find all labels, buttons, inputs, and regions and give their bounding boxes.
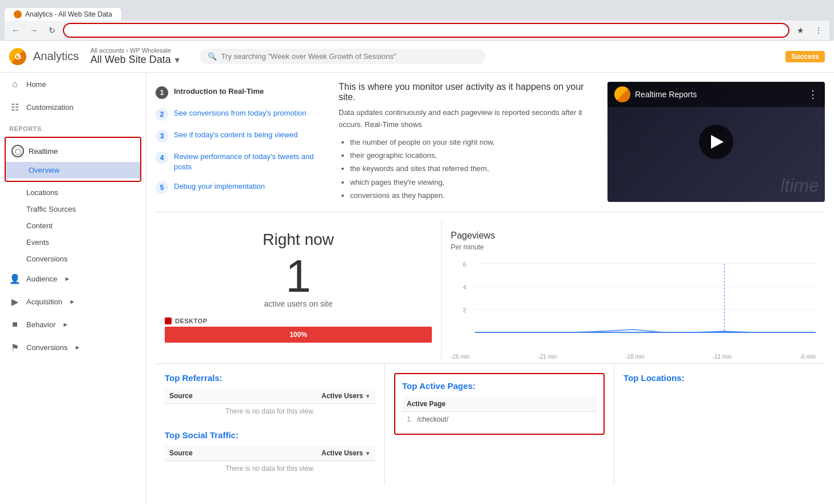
referrals-table: Source Active Users ▼ There is no data f… <box>165 388 375 419</box>
video-more-icon[interactable]: ⋮ <box>808 88 818 101</box>
step-2[interactable]: 2 See conversions from today's promotion <box>156 104 327 125</box>
social-col-users: Active Users ▼ <box>240 446 375 461</box>
top-active-pages-title: Top Active Pages: <box>402 381 597 391</box>
step-4[interactable]: 4 Review performance of today's tweets a… <box>156 147 327 177</box>
realtime-section: ◯ Realtime Overview <box>5 137 141 182</box>
bullet-1: the number of people on your site right … <box>350 136 596 149</box>
expand-icon-3: ► <box>62 321 69 328</box>
reload-button[interactable]: ↻ <box>45 23 59 38</box>
expand-icon: ► <box>64 275 70 282</box>
home-icon: ⌂ <box>9 78 21 90</box>
active-users-label: active users on site <box>165 299 432 308</box>
audience-icon: 👤 <box>9 273 21 284</box>
x-label-1: -26 min <box>451 354 470 360</box>
sort-icon-2[interactable]: ▼ <box>365 450 371 457</box>
browser-tab[interactable]: Analytics - All Web Site Data <box>5 8 121 21</box>
sidebar-label-customization: Customization <box>26 103 73 112</box>
more-button[interactable]: ⋮ <box>811 23 826 38</box>
social-table: Source Active Users ▼ There is no data f… <box>165 446 375 476</box>
x-label-5: -18 min <box>625 354 644 360</box>
behavior-icon: ■ <box>9 319 21 330</box>
tab-label: Analytics - All Web Site Data <box>25 10 112 18</box>
play-icon <box>711 135 724 149</box>
sidebar-sub-item-overview[interactable]: Overview <box>6 162 140 178</box>
realtime-data: Right now 1 active users on site DESKTOP… <box>156 221 825 359</box>
step-num-1: 1 <box>156 86 168 99</box>
active-page-header: Active Page <box>402 396 597 412</box>
top-referrals-panel: Top Referrals: Source Active Users ▼ <box>156 364 385 485</box>
pageviews-panel: Pageviews Per minute 6 4 2 <box>442 221 825 359</box>
chart-x-labels: -26 min -21 min -18 min -11 min -6 min <box>451 354 816 360</box>
expand-icon-2: ► <box>69 298 76 305</box>
sidebar-item-customization[interactable]: ☷ Customization <box>0 96 146 118</box>
bullet-4: which pages they're viewing, <box>350 176 596 189</box>
step-link-5[interactable]: Debug your implementation <box>174 181 265 192</box>
play-button[interactable] <box>699 125 733 159</box>
account-selector[interactable]: All Web Site Data ▼ <box>90 54 181 66</box>
sidebar-sub-item-content[interactable]: Content <box>0 217 146 234</box>
device-section: DESKTOP 100% <box>165 318 432 343</box>
right-now-title: Right now <box>165 231 432 249</box>
video-thumbnail[interactable]: Realtime Reports ⋮ ltime <box>607 82 825 202</box>
back-button[interactable]: ← <box>8 23 23 38</box>
info-description: Data updates continuously and each pagev… <box>339 107 596 131</box>
bottom-section: Top Referrals: Source Active Users ▼ <box>156 363 825 485</box>
forward-button[interactable]: → <box>26 23 41 38</box>
sidebar-item-behavior[interactable]: ■ Behavior ► <box>0 313 146 336</box>
page-path-1[interactable]: /checkout/ <box>417 415 448 423</box>
account-selector-text: All Web Site Data <box>90 54 171 66</box>
device-bar-wrapper: 100% <box>165 327 432 343</box>
step-link-1[interactable]: Introduction to Real-Time <box>174 86 264 97</box>
step-link-4[interactable]: Review performance of today's tweets and… <box>174 152 327 172</box>
page-num-1: 1. <box>407 415 412 423</box>
dropdown-arrow-icon: ▼ <box>173 55 181 65</box>
sidebar-label-home: Home <box>26 80 46 89</box>
conversions-main-icon: ⚑ <box>9 342 21 353</box>
sidebar-item-conversions-main[interactable]: ⚑ Conversions ► <box>0 336 146 359</box>
video-title: Realtime Reports <box>635 90 697 99</box>
events-label: Events <box>26 238 49 247</box>
content-label: Content <box>26 221 53 230</box>
sidebar-item-home[interactable]: ⌂ Home <box>0 73 146 96</box>
sidebar: ⌂ Home ☷ Customization REPORTS ◯ Realtim… <box>0 73 146 504</box>
sidebar-sub-item-locations[interactable]: Locations <box>0 184 146 201</box>
step-link-2[interactable]: See conversions from today's promotion <box>174 108 307 118</box>
traffic-sources-label: Traffic Sources <box>26 205 76 213</box>
conversions-label: Conversions <box>26 255 67 263</box>
sidebar-item-audience[interactable]: 👤 Audience ► <box>0 267 146 290</box>
device-percent: 100% <box>289 331 307 339</box>
sidebar-item-acquisition[interactable]: ▶ Acquisition ► <box>0 290 146 313</box>
sort-icon[interactable]: ▼ <box>365 393 371 399</box>
svg-text:4: 4 <box>463 284 466 291</box>
active-page-row-1: 1. /checkout/ <box>402 412 597 427</box>
table-row: There is no data for this view. <box>165 403 375 419</box>
sidebar-sub-item-traffic-sources[interactable]: Traffic Sources <box>0 201 146 217</box>
address-bar-wrapper: analytics.google.com/analytics/web/#/rea… <box>63 23 789 38</box>
step-3[interactable]: 3 See if today's content is being viewed <box>156 125 327 147</box>
realtime-label: Realtime <box>29 147 58 156</box>
bullet-5: conversions as they happen. <box>350 189 596 202</box>
bullet-3: the keywords and sites that referred the… <box>350 162 596 175</box>
video-logo <box>614 86 630 102</box>
top-active-pages-box: Top Active Pages: Active Page 1. /checko… <box>394 373 605 435</box>
search-input[interactable] <box>221 52 404 61</box>
step-5[interactable]: 5 Debug your implementation <box>156 177 327 199</box>
content-area: 1 Introduction to Real-Time 2 See conver… <box>146 73 834 504</box>
social-col-source: Source <box>165 446 240 461</box>
expand-icon-4: ► <box>74 344 81 351</box>
acquisition-icon: ▶ <box>9 296 21 307</box>
x-label-3: -21 min <box>538 354 557 360</box>
sidebar-item-realtime[interactable]: ◯ Realtime <box>6 140 140 162</box>
info-section: 1 Introduction to Real-Time 2 See conver… <box>156 82 825 212</box>
sidebar-sub-item-events[interactable]: Events <box>0 234 146 251</box>
step-1[interactable]: 1 Introduction to Real-Time <box>156 82 327 104</box>
info-panel: This is where you monitor user activity … <box>339 82 596 203</box>
sidebar-sub-item-conversions[interactable]: Conversions <box>0 251 146 267</box>
step-link-3[interactable]: See if today's content is being viewed <box>174 130 297 140</box>
bookmark-button[interactable]: ★ <box>793 23 808 38</box>
device-dot <box>165 318 172 324</box>
address-bar[interactable]: analytics.google.com/analytics/web/#/rea… <box>63 23 789 38</box>
overview-label: Overview <box>29 166 59 174</box>
device-bar: 100% <box>165 327 432 343</box>
referrals-col-users: Active Users ▼ <box>240 388 375 404</box>
